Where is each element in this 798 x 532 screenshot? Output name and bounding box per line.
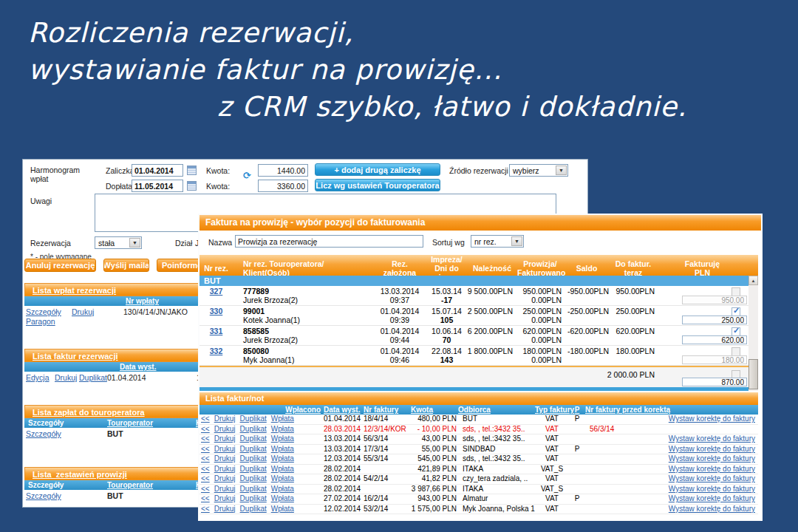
action-link[interactable]: Drukuj <box>214 434 236 443</box>
doplata-amount-input[interactable] <box>258 180 308 192</box>
action-link[interactable]: << <box>201 474 210 483</box>
action-link[interactable]: Drukuj <box>214 505 236 514</box>
action-link[interactable]: Duplikat <box>240 454 267 463</box>
col-nr-faktury[interactable]: Nr faktury <box>362 405 411 415</box>
action-link[interactable]: Wpłata <box>271 485 294 494</box>
licz-button[interactable]: Licz wg ustawień Touroperatora <box>315 179 440 191</box>
action-link[interactable]: Duplikat <box>240 494 267 503</box>
action-link[interactable]: Wpłata <box>271 415 294 423</box>
doplata-date-input[interactable] <box>132 180 183 192</box>
col-data-wyst[interactable]: Data wyst. <box>322 405 362 415</box>
zrodlo-select[interactable]: wybierz ▼ <box>509 164 568 177</box>
action-link[interactable]: Drukuj <box>214 425 236 434</box>
zaliczka-date-input[interactable] <box>132 164 183 177</box>
col-prowizja[interactable]: Prowizja/ Fakturowano <box>517 259 563 277</box>
action-link[interactable]: Drukuj <box>214 485 236 494</box>
szczegoly-link[interactable]: Szczegóły <box>26 307 61 316</box>
wystaw-korekte-link[interactable]: Wystaw korektę do faktury <box>669 474 755 482</box>
action-link[interactable]: Duplikat <box>240 485 267 494</box>
action-link[interactable]: Duplikat <box>240 434 267 443</box>
col-odbiorca[interactable]: Odbiorca <box>458 405 535 415</box>
action-link[interactable]: Wpłata <box>271 434 294 443</box>
action-link[interactable]: Duplikat <box>240 474 267 483</box>
action-link[interactable]: Wpłata <box>271 505 294 514</box>
paragon-link[interactable]: Paragon <box>26 317 55 326</box>
action-link[interactable]: << <box>201 434 210 443</box>
drukuj-link[interactable]: Drukuj <box>55 373 77 382</box>
col-naleznosc[interactable]: Należność <box>467 264 517 273</box>
wystaw-korekte-link[interactable]: Wystaw korektę do faktury <box>669 415 755 423</box>
sortuj-select[interactable]: nr rez. ▼ <box>471 235 524 248</box>
row-amount-input[interactable] <box>682 355 747 364</box>
wyslij-maila-button[interactable]: Wyślij maila <box>103 259 149 272</box>
row-amount-input[interactable] <box>682 296 747 304</box>
wystaw-korekte-link[interactable]: Wystaw korektę do faktury <box>669 485 755 493</box>
wystaw-korekte-link[interactable]: Wystaw korektę do faktury <box>669 505 755 513</box>
action-link[interactable]: << <box>201 425 210 434</box>
action-link[interactable]: Duplikat <box>240 465 267 474</box>
col-nr-przed-korekta[interactable]: Nr faktury przed korektą <box>585 405 666 415</box>
action-link[interactable]: << <box>201 494 210 503</box>
action-link[interactable]: << <box>201 505 210 514</box>
nazwa-input[interactable] <box>235 235 423 248</box>
anuluj-rezerwacje-button[interactable]: Anuluj rezerwację <box>24 259 96 272</box>
action-link[interactable]: << <box>201 465 210 474</box>
col-do-faktur[interactable]: Do faktur. teraz <box>610 259 656 277</box>
calendar-icon[interactable] <box>187 166 197 175</box>
wystaw-korekte-link[interactable]: Wystaw korektę do faktury <box>669 445 755 453</box>
action-link[interactable]: << <box>201 454 210 463</box>
action-link[interactable]: Wpłata <box>271 445 294 454</box>
row-amount-input[interactable] <box>682 335 747 344</box>
col-nr-wplaty[interactable]: Nr wpłaty <box>126 296 159 306</box>
action-link[interactable]: Drukuj <box>214 474 236 483</box>
invoice-window-titlebar[interactable]: Faktura na prowizję - wybór pozycji do f… <box>200 215 761 231</box>
wystaw-korekte-link[interactable]: Wystaw korektę do faktury <box>669 494 755 502</box>
edycja-link[interactable]: Edycja <box>26 373 50 382</box>
calendar-icon[interactable] <box>187 181 197 191</box>
action-link[interactable]: Wpłata <box>271 494 294 503</box>
drukuj-link[interactable]: Drukuj <box>72 307 94 316</box>
action-link[interactable]: << <box>201 485 210 494</box>
col-kwota[interactable]: Kwota <box>411 405 458 415</box>
add-second-deposit-button[interactable]: + dodaj drugą zaliczkę <box>315 163 440 176</box>
col-fakturuje[interactable]: Fakturuję PLN <box>656 259 748 277</box>
col-wplacono[interactable]: Wpłacono <box>200 405 322 415</box>
recalc-icon[interactable]: ⟳ <box>243 170 251 181</box>
col-nr-rez[interactable]: Nr rez. <box>200 264 233 273</box>
action-link[interactable]: Wpłata <box>271 425 294 434</box>
action-link[interactable]: << <box>201 445 210 454</box>
action-link[interactable]: Wpłata <box>271 454 294 463</box>
scrollbar[interactable]: ▲ <box>748 276 758 391</box>
szczegoly-link[interactable]: Szczegóły <box>26 429 61 438</box>
action-link[interactable]: Duplikat <box>240 505 267 514</box>
action-link[interactable]: Drukuj <box>214 465 236 474</box>
row-amount-input[interactable] <box>682 316 747 324</box>
summary-amount-input[interactable] <box>682 378 747 386</box>
col-touroperator[interactable]: Touroperator <box>107 480 153 490</box>
rez-nr-link[interactable]: 327 <box>210 287 223 296</box>
action-link[interactable]: Wpłata <box>271 465 294 474</box>
szczegoly-link[interactable]: Szczegóły <box>26 491 61 500</box>
col-saldo[interactable]: Saldo <box>563 264 610 273</box>
action-link[interactable]: Wpłata <box>271 474 294 483</box>
wystaw-korekte-link[interactable]: Wystaw korektę do faktury <box>669 465 755 473</box>
rez-nr-link[interactable]: 330 <box>210 307 223 316</box>
action-link[interactable]: Duplikat <box>240 415 267 423</box>
action-link[interactable]: Drukuj <box>214 494 236 503</box>
action-link[interactable]: Drukuj <box>214 415 236 423</box>
zaliczka-amount-input[interactable] <box>258 164 308 177</box>
col-typ-faktury[interactable]: Typ faktury <box>535 405 569 415</box>
rezerwacja-select[interactable]: stała ▼ <box>95 236 142 249</box>
action-link[interactable]: Duplikat <box>240 445 267 454</box>
scrollbar-thumb[interactable] <box>748 359 758 389</box>
col-klient[interactable]: Nr rez. Touroperatora/ Klient(Osób) <box>233 259 373 277</box>
col-touroperator[interactable]: Touroperator <box>107 418 153 428</box>
col-rez-zalozona[interactable]: Rez. założona <box>373 259 426 277</box>
action-link[interactable]: Duplikat <box>240 425 267 434</box>
col-data-wyst[interactable]: Data wyst. <box>120 362 156 372</box>
action-link[interactable]: << <box>201 415 210 423</box>
rez-nr-link[interactable]: 332 <box>210 347 223 355</box>
scrollbar-up-icon[interactable]: ▲ <box>748 276 758 285</box>
action-link[interactable]: Drukuj <box>214 445 236 454</box>
wystaw-korekte-link[interactable]: Wystaw korektę do faktury <box>669 454 755 463</box>
